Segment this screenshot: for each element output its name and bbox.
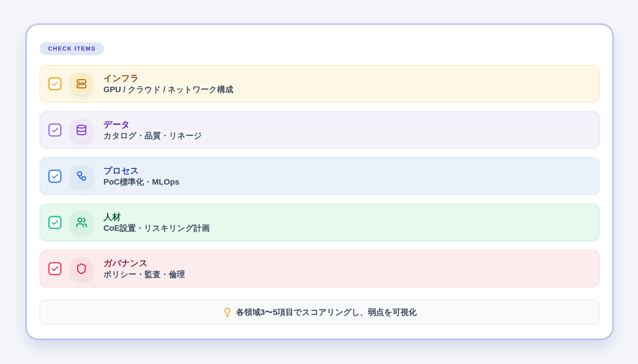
item-title: インフラ — [103, 73, 233, 83]
checkbox-process[interactable] — [48, 170, 62, 183]
item-title: データ — [103, 120, 202, 129]
item-subtitle: PoC標準化・MLOps — [103, 177, 179, 187]
server-icon — [71, 73, 92, 95]
database-icon — [71, 119, 92, 141]
item-title: プロセス — [103, 166, 179, 175]
check-item-process: プロセス PoC標準化・MLOps — [40, 157, 600, 195]
checkbox-governance[interactable] — [48, 262, 62, 275]
shield-icon — [71, 258, 92, 280]
check-icon — [51, 265, 59, 273]
check-item-data: データ カタログ・品質・リネージ — [40, 111, 600, 149]
users-icon — [71, 211, 92, 233]
workflow-icon — [71, 165, 92, 187]
item-subtitle: CoE設置・リスキリング計画 — [103, 224, 210, 233]
item-subtitle: カタログ・品質・リネージ — [103, 131, 202, 140]
check-icon — [51, 80, 59, 88]
checkbox-talent[interactable] — [48, 216, 62, 229]
item-title: 人材 — [103, 212, 210, 222]
lightbulb-icon — [222, 307, 232, 317]
check-items-card: CHECK ITEMS インフラ GPU / クラウド / ネットワーク構成 デ… — [25, 23, 614, 340]
item-subtitle: GPU / クラウド / ネットワーク構成 — [103, 85, 233, 94]
checkbox-infrastructure[interactable] — [48, 77, 62, 90]
section-badge: CHECK ITEMS — [40, 42, 104, 55]
check-item-infrastructure: インフラ GPU / クラウド / ネットワーク構成 — [40, 65, 600, 103]
footer-text: 各領域3〜5項目でスコアリングし、弱点を可視化 — [236, 307, 417, 318]
footer-note: 各領域3〜5項目でスコアリングし、弱点を可視化 — [40, 300, 600, 324]
item-title: ガバナンス — [103, 258, 185, 268]
check-icon — [51, 172, 59, 180]
check-item-governance: ガバナンス ポリシー・監査・倫理 — [40, 250, 600, 287]
item-subtitle: ポリシー・監査・倫理 — [103, 270, 185, 279]
checkbox-data[interactable] — [48, 123, 62, 137]
check-icon — [51, 126, 59, 134]
check-icon — [51, 219, 59, 226]
check-item-talent: 人材 CoE設置・リスキリング計画 — [40, 204, 600, 241]
